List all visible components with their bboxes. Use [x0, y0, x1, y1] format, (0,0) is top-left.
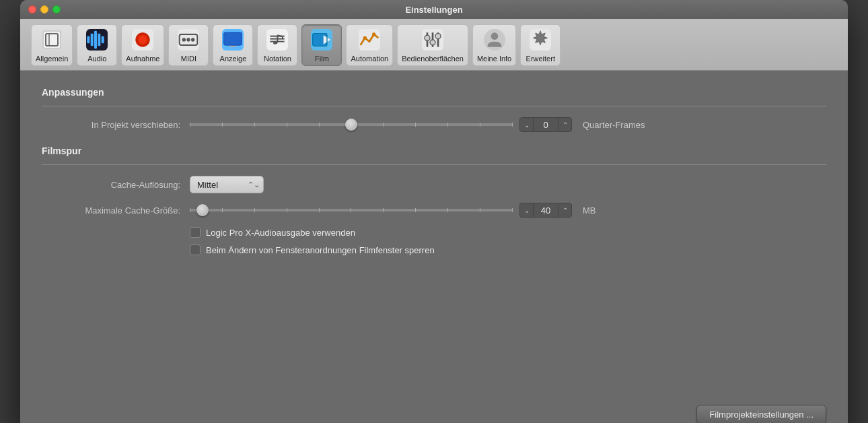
tick [512, 123, 513, 127]
tick [319, 123, 320, 127]
main-content: Anpassungen In Projekt verschieben: [20, 71, 848, 394]
allgemein-label: Allgemein [36, 55, 68, 63]
svg-rect-6 [102, 36, 104, 44]
stepper-up-button[interactable]: ⌃ [558, 117, 571, 132]
section-anpassungen: Anpassungen In Projekt verschieben: [42, 87, 826, 132]
preferences-window: Einstellungen Allgemein [20, 0, 848, 423]
cache-aufloesung-dropdown-wrapper: Niedrig Mittel Hoch ⌃⌄ [190, 176, 264, 193]
erweitert-icon [528, 28, 552, 52]
minimize-button[interactable] [40, 5, 48, 13]
svg-rect-2 [87, 36, 90, 44]
filmprojekteinstellungen-button[interactable]: Filmprojekteinstellungen ... [696, 405, 826, 423]
max-cache-slider-container: ⌄ 40 ⌃ MB [190, 203, 596, 218]
close-button[interactable] [28, 5, 36, 13]
toolbar-item-meineinfo[interactable]: Meine Info [472, 24, 516, 66]
tick [287, 208, 287, 212]
checkbox-audioausgabe[interactable] [190, 227, 201, 238]
traffic-lights [28, 5, 61, 13]
tick [415, 123, 416, 127]
stepper-down-button[interactable]: ⌄ [520, 117, 534, 132]
toolbar-item-film[interactable]: Film [301, 24, 342, 66]
notation-label: Notation [264, 55, 291, 63]
notation-icon [265, 28, 289, 52]
cache-aufloesung-select[interactable]: Niedrig Mittel Hoch [190, 176, 264, 193]
svg-point-34 [491, 32, 498, 40]
max-cache-stepper[interactable]: ⌄ 40 ⌃ [519, 203, 572, 218]
checkbox-filmfenster-label: Beim Ändern von Fensteranordnungen Filmf… [206, 245, 435, 255]
maximize-button[interactable] [52, 5, 61, 13]
audio-label: Audio [87, 55, 106, 63]
titlebar: Einstellungen [20, 0, 848, 19]
aufnahme-icon [131, 28, 155, 52]
max-cache-slider-track[interactable] [190, 209, 513, 212]
tick [383, 208, 384, 212]
audio-icon [85, 28, 109, 52]
tick [415, 208, 416, 212]
bedieno-label: Bedienoberflächen [402, 55, 464, 63]
projekt-verschieben-slider-container: ⌄ 0 ⌃ Quarter-Frames [190, 117, 645, 132]
svg-point-27 [372, 32, 375, 36]
meineinfo-icon [482, 28, 507, 52]
checkbox-row-2: Beim Ändern von Fensteranordnungen Filmf… [42, 245, 826, 255]
tick [447, 123, 448, 127]
projekt-verschieben-stepper[interactable]: ⌄ 0 ⌃ [519, 117, 572, 132]
svg-point-10 [182, 38, 186, 41]
toolbar-item-bedieno[interactable]: Bedienoberflächen [397, 24, 468, 66]
mb-label: MB [583, 205, 596, 216]
svg-point-8 [139, 35, 147, 44]
toolbar-item-allgemein[interactable]: Allgemein [31, 24, 73, 66]
tick [512, 208, 513, 212]
max-cache-label: Maximale Cache-Größe: [55, 205, 190, 216]
anpassungen-divider [42, 106, 826, 106]
quarter-frames-label: Quarter-Frames [583, 120, 645, 130]
bottom-bar: Filmprojekteinstellungen ... [20, 394, 848, 423]
max-cache-ticks [190, 206, 513, 214]
svg-point-26 [363, 36, 367, 40]
tick [190, 123, 190, 127]
midi-icon [176, 28, 201, 52]
toolbar: Allgemein Audio [20, 19, 848, 71]
toolbar-item-audio[interactable]: Audio [77, 24, 117, 66]
tick [222, 208, 223, 212]
svg-point-32 [430, 40, 435, 45]
checkbox-filmfenster[interactable] [190, 245, 201, 255]
tick [480, 123, 480, 127]
cache-aufloesung-row: Cache-Auflösung: Niedrig Mittel Hoch ⌃⌄ [42, 176, 826, 193]
automation-icon [357, 28, 382, 52]
bedieno-icon [421, 28, 445, 52]
tick [480, 208, 480, 212]
toolbar-item-anzeige[interactable]: Anzeige [213, 24, 253, 66]
tick [190, 208, 190, 212]
toolbar-item-notation[interactable]: Notation [257, 24, 297, 66]
svg-point-31 [425, 35, 430, 40]
svg-rect-4 [94, 31, 97, 49]
toolbar-item-midi[interactable]: MIDI [168, 24, 209, 66]
svg-rect-13 [224, 32, 242, 45]
projekt-verschieben-thumb[interactable] [345, 119, 357, 131]
cache-aufloesung-label: Cache-Auflösung: [55, 180, 190, 190]
automation-label: Automation [351, 55, 388, 63]
projekt-verschieben-slider-track[interactable] [190, 123, 513, 126]
filmspur-divider [42, 164, 826, 165]
toolbar-item-automation[interactable]: Automation [346, 24, 393, 66]
tick [254, 123, 255, 127]
svg-point-11 [187, 38, 190, 41]
filmspur-title: Filmspur [42, 145, 826, 156]
checkbox-audioausgabe-label: Logic Pro X-Audioausgabe verwenden [206, 228, 355, 238]
section-filmspur: Filmspur Cache-Auflösung: Niedrig Mittel… [42, 145, 826, 255]
max-cache-stepper-down[interactable]: ⌄ [520, 203, 534, 218]
svg-rect-3 [91, 34, 94, 46]
aufnahme-label: Aufnahme [126, 55, 159, 63]
anzeige-icon [221, 28, 245, 52]
tick [287, 123, 287, 127]
stepper-value: 0 [534, 120, 558, 130]
film-icon [310, 28, 334, 52]
toolbar-item-erweitert[interactable]: Erweitert [520, 24, 560, 66]
film-label: Film [315, 55, 329, 63]
max-cache-stepper-value: 40 [534, 205, 558, 216]
midi-label: MIDI [181, 55, 196, 63]
toolbar-item-aufnahme[interactable]: Aufnahme [121, 24, 164, 66]
max-cache-stepper-up[interactable]: ⌃ [558, 203, 571, 218]
max-cache-thumb[interactable] [196, 204, 209, 216]
max-cache-row: Maximale Cache-Größe: [42, 203, 826, 218]
